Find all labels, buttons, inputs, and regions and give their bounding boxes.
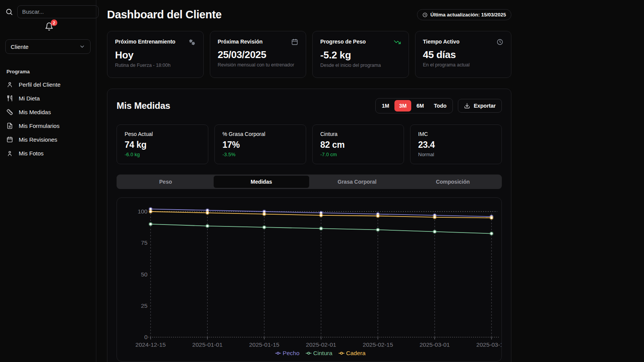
sidebar-item-revisiones[interactable]: Mis Revisiones xyxy=(5,133,91,146)
measures-section: Mis Medidas 1M 3M 6M Todo Exportar xyxy=(107,89,511,362)
clock-icon xyxy=(422,12,428,18)
range-button-3m[interactable]: 3M xyxy=(394,100,411,112)
sidebar-item-label: Mis Fotos xyxy=(19,150,44,157)
stat-card-label: Tiempo Activo xyxy=(423,39,460,45)
role-selector-value: Cliente xyxy=(11,44,29,50)
metric-value: 74 kg xyxy=(125,140,200,150)
measurements-line-chart: 2024-12-152025-01-012025-01-152025-02-01… xyxy=(117,198,502,362)
tab-peso[interactable]: Peso xyxy=(118,176,214,188)
metric-label: Peso Actual xyxy=(125,131,200,137)
metric-delta: -3.5% xyxy=(222,152,298,157)
sidebar: 2 Cliente Programa Perfil del Cliente Mi… xyxy=(0,0,96,362)
trending-down-icon xyxy=(394,39,401,46)
metric-delta: Normal xyxy=(418,152,494,157)
x-tick-label: 2025-01-15 xyxy=(249,341,279,348)
y-tick-label: 50 xyxy=(141,271,148,278)
last-update-text: Última actualización: 15/03/2025 xyxy=(430,12,506,18)
legend-item: Pecho xyxy=(275,350,300,357)
sidebar-item-label: Mis Formularios xyxy=(19,123,60,129)
tab-grasa-corporal[interactable]: Grasa Corporal xyxy=(309,176,405,188)
data-point xyxy=(376,229,379,231)
measurements-chart-card: 2024-12-152025-01-012025-01-152025-02-01… xyxy=(117,197,502,362)
legend-line-marker xyxy=(275,351,281,355)
stat-card-subtitle: Revisión mensual con tu entrenador xyxy=(218,62,298,68)
sidebar-section-label: Programa xyxy=(6,69,91,74)
stat-card-label: Progreso de Peso xyxy=(320,39,366,45)
metric-label: Cintura xyxy=(320,131,396,137)
legend-label: Cadera xyxy=(346,350,366,357)
data-point xyxy=(320,227,322,229)
export-button[interactable]: Exportar xyxy=(458,99,502,113)
tab-composicion[interactable]: Composición xyxy=(405,176,501,188)
user-round-icon xyxy=(6,150,13,157)
stat-card-label: Próxima Revisión xyxy=(218,39,263,45)
range-button-todo[interactable]: Todo xyxy=(429,100,451,112)
y-tick-label: 25 xyxy=(141,302,148,309)
data-point xyxy=(490,232,493,234)
sidebar-item-formularios[interactable]: Mis Formularios xyxy=(5,119,91,133)
search-icon[interactable] xyxy=(5,8,13,16)
stat-card-value: 25/03/2025 xyxy=(218,49,298,61)
notification-count-badge: 2 xyxy=(51,19,57,26)
stat-card-progreso-peso: Progreso de Peso -5.2 kg Desde el inicio… xyxy=(312,31,409,78)
data-point xyxy=(149,210,152,213)
stat-card-value: 45 días xyxy=(423,49,504,61)
stat-card-subtitle: Rutina de Fuerza - 18:00h xyxy=(115,63,196,68)
x-tick-label: 2025-02-15 xyxy=(363,341,393,348)
dumbbell-icon xyxy=(188,39,196,46)
page-header: Dashboard del Cliente Última actualizaci… xyxy=(107,8,511,21)
data-point xyxy=(320,214,322,217)
legend-item: Cadera xyxy=(339,350,366,357)
calendar-icon xyxy=(291,39,298,45)
file-text-icon xyxy=(6,123,13,129)
notifications-button[interactable]: 2 xyxy=(45,22,54,31)
sidebar-item-label: Perfil del Cliente xyxy=(19,81,60,88)
sidebar-nav: Perfil del Cliente Mi Dieta Mis Medidas … xyxy=(5,78,91,160)
clock-icon xyxy=(496,39,503,45)
metric-card-imc: IMC 23.4 Normal xyxy=(410,124,502,164)
chevron-down-icon xyxy=(79,44,85,50)
tab-medidas[interactable]: Medidas xyxy=(214,176,310,188)
sidebar-item-dieta[interactable]: Mi Dieta xyxy=(5,91,91,105)
role-selector[interactable]: Cliente xyxy=(5,39,91,54)
user-icon xyxy=(6,81,13,88)
sidebar-item-fotos[interactable]: Mis Fotos xyxy=(5,146,91,160)
metric-value: 17% xyxy=(222,140,298,150)
sidebar-item-medidas[interactable]: Mis Medidas xyxy=(5,105,91,119)
search-row xyxy=(5,5,91,18)
stat-card-value: Hoy xyxy=(115,49,196,61)
data-point xyxy=(206,212,208,214)
sidebar-item-perfil[interactable]: Perfil del Cliente xyxy=(5,78,91,91)
metric-card-peso-actual: Peso Actual 74 kg -6.0 kg xyxy=(117,124,208,164)
calendar-icon xyxy=(6,136,13,143)
search-input[interactable] xyxy=(17,5,99,18)
data-point xyxy=(376,215,379,217)
stat-card-proxima-revision: Próxima Revisión 25/03/2025 Revisión men… xyxy=(210,31,307,78)
data-point xyxy=(206,225,208,227)
stat-card-label: Próximo Entrenamiento xyxy=(115,39,175,45)
y-tick-label: 100 xyxy=(138,208,148,215)
data-point xyxy=(433,230,436,233)
x-tick-label: 2025-03-15 xyxy=(476,341,502,348)
x-tick-label: 2025-03-01 xyxy=(420,341,450,348)
legend-label: Pecho xyxy=(283,350,300,357)
main-content: Dashboard del Cliente Última actualizaci… xyxy=(107,0,511,362)
sidebar-item-label: Mis Medidas xyxy=(19,109,51,115)
x-tick-label: 2024-12-15 xyxy=(135,341,165,348)
data-point xyxy=(490,217,493,219)
sidebar-item-label: Mis Revisiones xyxy=(19,136,57,143)
x-tick-label: 2025-01-01 xyxy=(192,341,222,348)
stat-card-proximo-entrenamiento: Próximo Entrenamiento Hoy Rutina de Fuer… xyxy=(107,31,204,78)
legend-line-marker xyxy=(306,351,311,355)
range-button-1m[interactable]: 1M xyxy=(377,100,394,112)
legend-item: Cintura xyxy=(306,350,333,357)
chart-tabs: Peso Medidas Grasa Corporal Composición xyxy=(117,175,502,189)
legend-label: Cintura xyxy=(313,350,333,357)
y-tick-label: 0 xyxy=(144,334,148,340)
stat-card-subtitle: Desde el inicio del programa xyxy=(320,63,401,68)
last-update-badge: Última actualización: 15/03/2025 xyxy=(417,9,511,20)
data-point xyxy=(263,226,265,228)
metric-value: 82 cm xyxy=(320,140,396,150)
metric-value: 23.4 xyxy=(418,140,494,150)
range-button-6m[interactable]: 6M xyxy=(412,100,428,112)
